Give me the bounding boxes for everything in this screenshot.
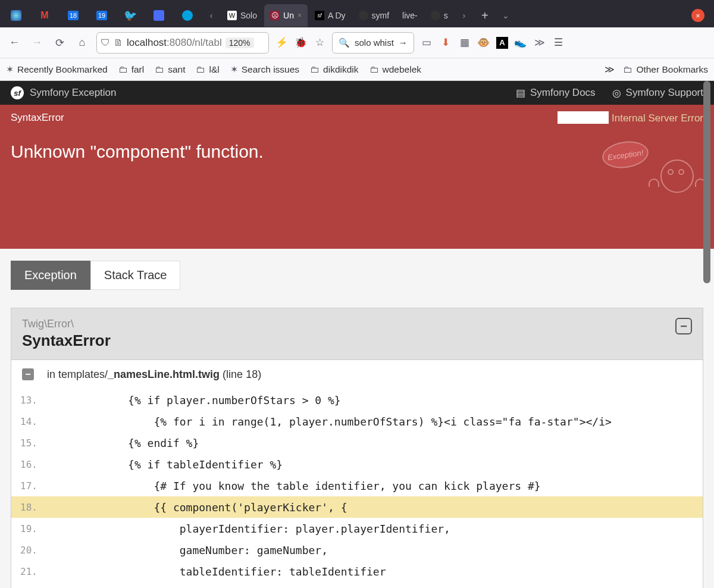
code-line: 22. }) }} — [11, 582, 703, 588]
code-text: {% endif %} — [43, 437, 199, 449]
bm-ll[interactable]: 🗀l&l — [196, 64, 219, 75]
home-button[interactable]: ⌂ — [74, 35, 90, 51]
bookmark-star-icon[interactable]: ☆ — [313, 36, 326, 49]
tab-close-icon[interactable]: × — [298, 11, 302, 20]
device-icon[interactable]: ▭ — [420, 36, 433, 49]
tab-ady[interactable]: sf A Dy — [309, 4, 352, 27]
symfony-header: sf Symfony Exception ▤Symfony Docs ◎Symf… — [0, 81, 714, 105]
line-number: 13. — [11, 395, 43, 406]
tab-stack-trace[interactable]: Stack Trace — [90, 261, 181, 290]
line-number: 18. — [11, 502, 43, 513]
tab-s[interactable]: s — [425, 4, 454, 27]
bug-icon[interactable]: 🐞 — [294, 36, 307, 49]
symfony-docs-link[interactable]: ▤Symfony Docs — [516, 87, 596, 99]
tab-exception[interactable]: Exception — [11, 261, 90, 290]
star-icon: ✶ — [6, 64, 14, 75]
vertical-scrollbar[interactable] — [703, 81, 712, 588]
search-go-icon[interactable]: → — [399, 37, 408, 48]
pinned-twitter-icon[interactable]: 🐦 — [117, 4, 144, 27]
reload-button[interactable]: ⟳ — [51, 35, 68, 51]
line-number: 21. — [11, 566, 43, 577]
nav-toolbar: ← → ⟳ ⌂ 🛡 🗎 localhost:8080/nl/tabl 120% … — [0, 27, 714, 58]
bm-sant[interactable]: 🗀sant — [155, 64, 185, 75]
page-scroll[interactable]: sf Symfony Exception ▤Symfony Docs ◎Symf… — [0, 81, 714, 588]
exception-class: SyntaxError — [22, 331, 111, 350]
bm-search-issues[interactable]: ✶Search issues — [230, 64, 299, 75]
ext3-icon[interactable]: A — [496, 37, 508, 49]
search-box[interactable]: 🔍 solo whist → — [332, 32, 414, 54]
bm-dikdikdik[interactable]: 🗀dikdikdik — [310, 64, 358, 75]
code-line: 16. {% if tableIdentifier %} — [11, 453, 703, 475]
code-block: 13. {% if player.numberOfStars > 0 %}14.… — [11, 389, 703, 588]
exception-tabs: ExceptionStack Trace — [0, 249, 714, 290]
url-text: localhost:8080/nl/tabl — [127, 37, 222, 49]
file-header[interactable]: − in templates/_namesLine.html.twig (lin… — [11, 359, 703, 389]
line-number: 19. — [11, 523, 43, 534]
code-text: {% for i in range(1, player.numberOfStar… — [43, 415, 612, 428]
tab-label: A Dy — [328, 11, 346, 20]
page-viewport: sf Symfony Exception ▤Symfony Docs ◎Symf… — [0, 81, 714, 588]
overflow-icon[interactable]: ≫ — [533, 36, 546, 49]
code-text: playerIdentifier: player.playerIdentifie… — [43, 523, 450, 535]
zoom-badge[interactable]: 120% — [226, 37, 254, 48]
address-bar[interactable]: 🛡 🗎 localhost:8080/nl/tabl 120% — [96, 32, 269, 54]
tab-solo[interactable]: W Solo — [221, 4, 263, 27]
code-line: 19. playerIdentifier: player.playerIdent… — [11, 518, 703, 539]
ext1-icon[interactable]: ▦ — [458, 36, 471, 49]
browser-window: M 18 19 🐦 ‹ W Solo ☹ Un × sf A Dy symf l… — [0, 0, 714, 588]
bm-overflow-icon[interactable]: ≫ — [605, 64, 615, 75]
symfony-logo-icon: sf — [11, 86, 24, 99]
exception-namespace: Twig\Error\ — [22, 318, 111, 330]
pinned-app3-icon[interactable] — [174, 4, 201, 27]
tab-scroll-left[interactable]: ‹ — [202, 11, 220, 20]
window-close-button[interactable]: × — [691, 9, 704, 22]
search-icon: 🔍 — [339, 37, 350, 48]
pinned-app2-icon[interactable] — [145, 4, 173, 27]
ext2-icon[interactable]: 🐵 — [477, 36, 490, 49]
new-tab-button[interactable]: + — [474, 9, 496, 23]
code-line: 18. {{ component('playerKicker', { — [11, 496, 703, 518]
tab-live[interactable]: live- — [396, 4, 424, 27]
pinned-app-icon[interactable] — [2, 4, 30, 27]
scrollbar-thumb[interactable] — [703, 81, 710, 283]
line-number: 17. — [11, 480, 43, 492]
line-number: 14. — [11, 416, 43, 427]
folder-icon: 🗀 — [118, 64, 128, 75]
page-info-icon[interactable]: 🗎 — [114, 37, 123, 48]
flash-icon[interactable]: ⚡ — [275, 36, 288, 49]
shield-icon[interactable]: 🛡 — [101, 37, 110, 48]
tab-bar: M 18 19 🐦 ‹ W Solo ☹ Un × sf A Dy symf l… — [0, 0, 714, 27]
bm-wdebelek[interactable]: 🗀wdebelek — [369, 64, 422, 75]
code-text: gameNumber: gameNumber, — [43, 544, 328, 556]
tab-scroll-right[interactable]: › — [455, 11, 473, 20]
error-banner: SyntaxError HTTP 500 Internal Server Err… — [0, 105, 714, 249]
code-line: 20. gameNumber: gameNumber, — [11, 539, 703, 561]
back-button[interactable]: ← — [6, 35, 23, 51]
pinned-gmail-icon[interactable]: M — [31, 4, 58, 27]
person-icon: ✶ — [230, 64, 238, 75]
ext4-icon[interactable]: 👟 — [514, 36, 527, 49]
download-icon[interactable]: ⬇ — [439, 36, 452, 49]
error-type: SyntaxError — [11, 112, 64, 124]
tab-label: live- — [402, 11, 418, 20]
collapse-card-button[interactable]: − — [675, 318, 692, 334]
pinned-cal18-icon[interactable]: 18 — [60, 4, 87, 27]
tabs-dropdown[interactable]: ⌄ — [497, 11, 515, 20]
symfony-support-link[interactable]: ◎Symfony Support — [612, 87, 703, 99]
folder-icon: 🗀 — [623, 64, 632, 75]
pinned-cal19-icon[interactable]: 19 — [88, 4, 115, 27]
speech-bubble: Exception! — [600, 139, 650, 171]
folder-icon: 🗀 — [369, 64, 379, 75]
tab-active-error[interactable]: ☹ Un × — [264, 4, 308, 27]
ghost-icon — [651, 159, 703, 201]
symfony-title: Symfony Exception — [30, 87, 117, 99]
forward-button[interactable]: → — [29, 35, 45, 51]
bm-farl[interactable]: 🗀farl — [118, 64, 145, 75]
tab-label: s — [444, 11, 448, 20]
tab-label: Un — [283, 11, 294, 20]
menu-icon[interactable]: ☰ — [552, 36, 565, 49]
bm-other[interactable]: 🗀Other Bookmarks — [623, 64, 708, 75]
collapse-file-button[interactable]: − — [22, 368, 34, 380]
tab-symf[interactable]: symf — [353, 4, 396, 27]
bm-recently[interactable]: ✶Recently Bookmarked — [6, 64, 108, 75]
